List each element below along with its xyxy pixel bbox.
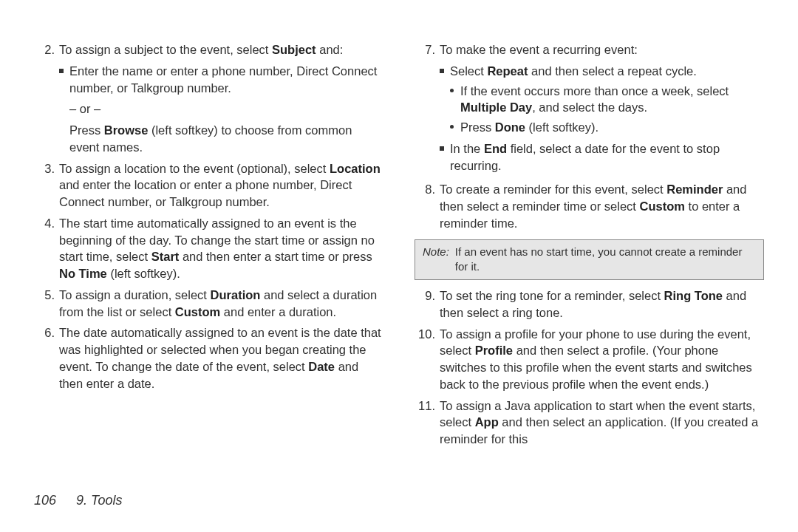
bold: Reminder xyxy=(666,183,723,196)
bold: Start xyxy=(151,250,180,263)
text: and enter a duration. xyxy=(220,305,336,318)
list-item: 4. The start time automatically assigned… xyxy=(34,215,383,282)
text: and then select a repeat cycle. xyxy=(528,64,696,78)
left-column: 2. To assign a subject to the event, sel… xyxy=(34,41,383,452)
list-item: 3. To assign a location to the event (op… xyxy=(34,160,383,211)
text: To make the event a recurring event: xyxy=(440,43,638,56)
bold: Custom xyxy=(640,200,685,213)
page-number: 106 xyxy=(34,493,56,508)
text: and then enter a start time or press xyxy=(179,250,372,263)
text: To set the ring tone for a reminder, sel… xyxy=(440,289,664,302)
bold: Browse xyxy=(104,123,149,137)
text: To create a reminder for this event, sel… xyxy=(440,183,666,196)
item-number: 7. xyxy=(415,41,440,177)
list-item: 10. To assign a profile for your phone t… xyxy=(415,326,764,393)
text: (left softkey). xyxy=(525,120,598,134)
list-item: 5. To assign a duration, select Duration… xyxy=(34,287,383,321)
text: In the xyxy=(450,142,484,155)
bold: Multiple Day xyxy=(460,100,532,114)
dot-bullet: If the event occurs more than once a wee… xyxy=(440,83,764,117)
text: and enter the location or enter a phone … xyxy=(59,178,352,208)
note-label: Note: xyxy=(423,245,449,275)
item-body: To make the event a recurring event: Sel… xyxy=(440,41,764,177)
item-number: 11. xyxy=(415,398,440,448)
bold: Duration xyxy=(211,288,261,301)
section-title: 9. Tools xyxy=(76,493,122,508)
text: and: xyxy=(316,43,344,56)
item-body: To set the ring tone for a reminder, sel… xyxy=(440,287,764,321)
item-body: To assign a profile for your phone to us… xyxy=(440,326,764,393)
list-item: 7. To make the event a recurring event: … xyxy=(415,41,764,177)
item-body: To assign a subject to the event, select… xyxy=(59,41,383,156)
sub-bullet: In the End field, select a date for the … xyxy=(440,140,764,174)
two-column-layout: 2. To assign a subject to the event, sel… xyxy=(34,41,764,452)
list-item: 11. To assign a Java application to star… xyxy=(415,398,764,448)
text: To assign a location to the event (optio… xyxy=(59,162,330,175)
bold: Profile xyxy=(475,344,513,357)
note-box: Note: If an event has no start time, you… xyxy=(415,239,764,280)
list-item: 2. To assign a subject to the event, sel… xyxy=(34,41,383,156)
item-body: The start time automatically assigned to… xyxy=(59,215,383,282)
item-body: To assign a location to the event (optio… xyxy=(59,160,383,211)
text: Press xyxy=(460,120,495,134)
bold: End xyxy=(484,142,507,155)
bold: Done xyxy=(495,120,525,134)
text: Press xyxy=(69,123,104,137)
bold: Repeat xyxy=(487,64,528,78)
text: Enter the name or enter a phone number, … xyxy=(69,64,377,95)
manual-page: 2. To assign a subject to the event, sel… xyxy=(0,0,798,532)
text: To assign a subject to the event, select xyxy=(59,43,272,56)
sub-bullet: Enter the name or enter a phone number, … xyxy=(59,63,383,97)
item-number: 6. xyxy=(34,324,59,392)
bold: Location xyxy=(330,162,381,175)
right-column: 7. To make the event a recurring event: … xyxy=(415,41,764,452)
item-number: 10. xyxy=(415,326,440,393)
list-item: 6. The date automatically assigned to an… xyxy=(34,324,383,392)
list-item: 9. To set the ring tone for a reminder, … xyxy=(415,287,764,321)
page-footer: 106 9. Tools xyxy=(34,493,122,508)
bold: Custom xyxy=(175,305,220,318)
item-body: To create a reminder for this event, sel… xyxy=(440,181,764,231)
item-body: To assign a Java application to start wh… xyxy=(440,398,764,448)
text: (left softkey). xyxy=(107,267,180,280)
item-body: The date automatically assigned to an ev… xyxy=(59,324,383,392)
dot-bullet: Press Done (left softkey). xyxy=(440,119,764,136)
text: If the event occurs more than once a wee… xyxy=(460,84,729,98)
item-body: To assign a duration, select Duration an… xyxy=(59,287,383,321)
bold: Date xyxy=(308,360,335,373)
text: To assign a duration, select xyxy=(59,288,211,301)
note-body: If an event has no start time, you canno… xyxy=(455,245,756,275)
bold: App xyxy=(475,415,499,429)
item-number: 8. xyxy=(415,181,440,231)
text-block: Press Browse (left softkey) to choose fr… xyxy=(59,122,383,156)
bold: No Time xyxy=(59,267,107,280)
text: Select xyxy=(450,64,487,78)
item-number: 3. xyxy=(34,160,59,211)
item-number: 9. xyxy=(415,287,440,321)
bold: Ring Tone xyxy=(664,289,723,302)
item-number: 2. xyxy=(34,41,59,156)
or-separator: – or – xyxy=(69,100,383,117)
item-number: 5. xyxy=(34,287,59,321)
item-number: 4. xyxy=(34,215,59,282)
list-item: 8. To create a reminder for this event, … xyxy=(415,181,764,231)
sub-bullet: Select Repeat and then select a repeat c… xyxy=(440,63,764,80)
bold: Subject xyxy=(272,43,316,56)
text: , and select the days. xyxy=(532,100,647,114)
